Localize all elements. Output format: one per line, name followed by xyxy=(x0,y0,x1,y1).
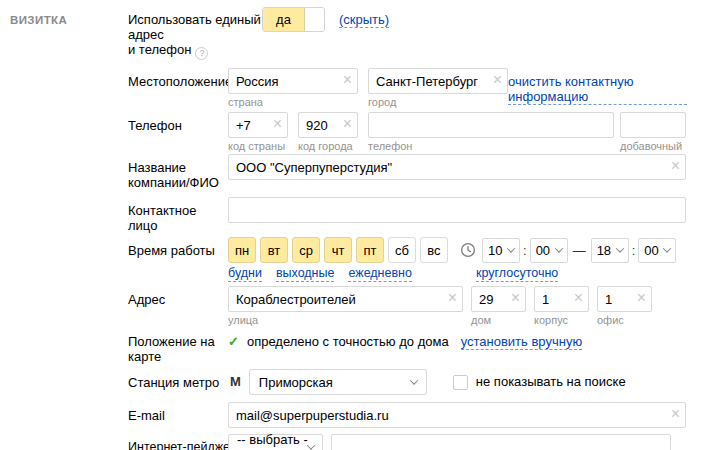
email-label: E-mail xyxy=(128,402,228,423)
unified-toggle[interactable]: да xyxy=(262,7,325,32)
phone-label: Телефон xyxy=(128,112,228,133)
pager-label: Интернет-пейджер xyxy=(128,434,228,450)
street-input[interactable] xyxy=(228,286,463,312)
phone-number-hint: телефон xyxy=(368,140,614,152)
metro-label: Станция метро xyxy=(128,369,228,390)
clear-icon[interactable]: × xyxy=(343,116,352,132)
address-label: Адрес xyxy=(128,286,228,307)
day-sat-button[interactable]: сб xyxy=(388,237,416,263)
email-input[interactable] xyxy=(228,402,686,428)
building-hint: корпус xyxy=(534,314,589,326)
help-icon[interactable]: ? xyxy=(195,47,208,60)
country-input[interactable] xyxy=(228,68,358,94)
time-colon: : xyxy=(523,243,527,258)
day-sun-button[interactable]: вс xyxy=(420,237,448,263)
from-minute-select[interactable]: 00 xyxy=(530,238,568,263)
city-hint: город xyxy=(368,96,508,108)
map-position-label: Положение на карте xyxy=(128,328,228,364)
clear-icon[interactable]: × xyxy=(574,290,583,306)
company-name-input[interactable] xyxy=(228,154,686,180)
clear-icon[interactable]: × xyxy=(493,72,502,88)
hide-on-search-label: не показывать на поиске xyxy=(476,369,626,389)
pager-input[interactable] xyxy=(331,434,671,450)
location-label: Местоположение xyxy=(128,68,228,89)
vcard-form: ВИЗИТКА Использовать единый адрес и теле… xyxy=(0,0,701,450)
clear-icon[interactable]: × xyxy=(273,116,282,132)
contact-person-label: Контактное лицо xyxy=(128,197,228,233)
time-dash: — xyxy=(573,243,586,258)
chevron-down-icon xyxy=(554,244,562,252)
city-input[interactable] xyxy=(368,68,508,94)
day-mon-button[interactable]: пн xyxy=(228,237,256,263)
day-wed-button[interactable]: ср xyxy=(292,237,320,263)
chevron-down-icon xyxy=(410,376,418,384)
day-fri-button[interactable]: пт xyxy=(356,237,384,263)
contact-person-input[interactable] xyxy=(228,197,686,223)
to-minute-select[interactable]: 00 xyxy=(638,238,676,263)
clear-icon[interactable]: × xyxy=(343,72,352,88)
clear-icon[interactable]: × xyxy=(511,290,520,306)
check-icon: ✓ xyxy=(228,334,239,349)
toggle-knob xyxy=(305,8,324,31)
company-name-label: Название компании/ФИО xyxy=(128,154,228,190)
metro-station-select[interactable]: Приморская xyxy=(249,369,427,395)
street-hint: улица xyxy=(228,314,463,326)
section-title: ВИЗИТКА xyxy=(10,6,128,26)
preset-weekend-link[interactable]: выходные xyxy=(276,266,335,282)
office-hint: офис xyxy=(597,314,652,326)
toggle-on-label: да xyxy=(263,8,305,31)
phone-extension-input[interactable] xyxy=(620,112,686,138)
clear-icon[interactable]: × xyxy=(671,406,680,422)
work-time-label: Время работы xyxy=(128,237,228,258)
chevron-down-icon xyxy=(615,244,623,252)
country-hint: страна xyxy=(228,96,358,108)
from-hour-select[interactable]: 10 xyxy=(482,238,520,263)
pager-type-select[interactable]: -- выбрать -- xyxy=(228,434,323,450)
phone-city-code-hint: код города xyxy=(298,140,358,152)
preset-daily-link[interactable]: ежедневно xyxy=(348,266,412,282)
set-manually-link[interactable]: установить вручную xyxy=(461,334,583,350)
chevron-down-icon xyxy=(307,441,315,449)
time-colon: : xyxy=(632,243,636,258)
clear-icon[interactable]: × xyxy=(637,290,646,306)
map-position-status: определено с точностью до дома xyxy=(247,334,449,350)
around-the-clock-link[interactable]: круглосуточно xyxy=(476,266,558,282)
hide-link[interactable]: (скрыть) xyxy=(339,12,389,28)
to-hour-select[interactable]: 18 xyxy=(591,238,629,263)
phone-extension-hint: добавочный xyxy=(620,140,686,152)
day-thu-button[interactable]: чт xyxy=(324,237,352,263)
day-tue-button[interactable]: вт xyxy=(260,237,288,263)
clear-icon[interactable]: × xyxy=(448,290,457,306)
clock-icon xyxy=(460,242,476,258)
chevron-down-icon xyxy=(663,244,671,252)
chevron-down-icon xyxy=(507,244,515,252)
preset-weekdays-link[interactable]: будни xyxy=(228,266,262,282)
clear-contact-info-link[interactable]: очистить контактную информацию xyxy=(508,74,687,105)
clear-icon[interactable]: × xyxy=(671,158,680,174)
phone-country-code-hint: код страны xyxy=(228,140,288,152)
house-hint: дом xyxy=(471,314,526,326)
phone-number-input[interactable] xyxy=(368,112,614,138)
metro-icon: М xyxy=(230,374,241,389)
hide-on-search-checkbox[interactable] xyxy=(453,375,468,390)
